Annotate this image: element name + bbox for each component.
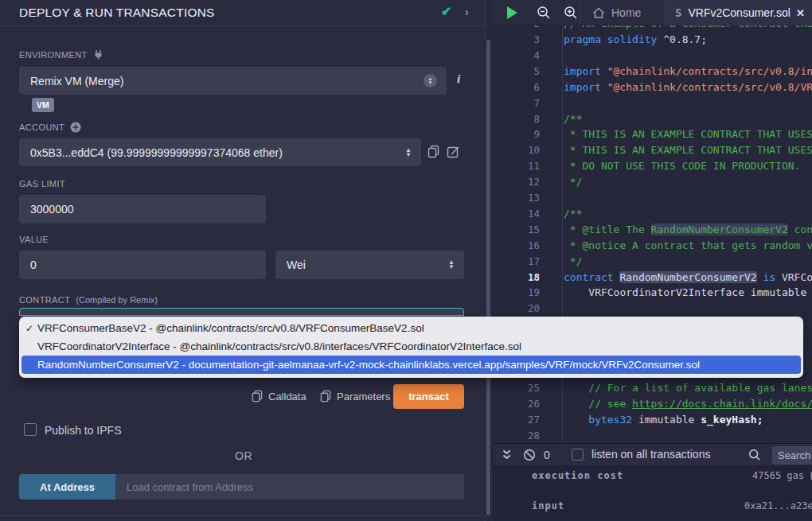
value-unit: Wei (287, 259, 306, 271)
line-number: 20 (494, 301, 540, 317)
line-number: 17 (494, 254, 540, 270)
expand-terminal-icon[interactable] (502, 449, 512, 461)
zoom-out-icon[interactable] (537, 6, 551, 20)
listen-all-transactions-label: listen on all transactions (591, 448, 710, 461)
gas-limit-label: GAS LIMIT (19, 179, 65, 189)
value-label: VALUE (19, 235, 49, 244)
or-divider: OR (0, 449, 487, 462)
listen-all-transactions-checkbox[interactable] (572, 449, 584, 461)
gas-limit-input[interactable]: 3000000 (19, 195, 266, 224)
code-text: import "@chainlink/contracts/src/v0.8/in… (564, 64, 812, 80)
code-line: 13 (494, 190, 812, 206)
code-area[interactable]: 2// An example of a consumer contract th… (494, 25, 812, 443)
select-caret-icon: ▲▼ (405, 148, 412, 157)
solidity-file-icon: S (675, 6, 681, 19)
terminal-row-value: 0xa21...a23e4 (744, 500, 812, 511)
code-text: * DO NOT USE THIS CODE IN PRODUCTION. (564, 158, 800, 174)
at-address-input[interactable] (115, 474, 464, 500)
contract-option[interactable]: VRFCoordinatorV2Interface - @chainlink/c… (21, 337, 801, 356)
line-number: 9 (494, 126, 540, 142)
terminal-row-value: 47565 gas (752, 470, 804, 481)
panel-bottom-divider (0, 515, 487, 516)
line-number: 2 (494, 25, 540, 32)
code-text: */ (564, 174, 582, 190)
line-number: 6 (494, 80, 540, 95)
code-line: 28 (494, 428, 812, 444)
code-text: * @title The RandomNumberConsumerV2 cont… (564, 222, 812, 238)
contract-option[interactable]: ✓VRFConsumerBaseV2 - @chainlink/contract… (21, 319, 801, 337)
contract-dropdown-list: ✓VRFConsumerBaseV2 - @chainlink/contract… (19, 317, 803, 378)
select-caret-icon: ▲▼ (448, 260, 455, 270)
value-input[interactable]: 0 (19, 251, 266, 279)
copy-parameters-icon[interactable] (320, 390, 331, 402)
panel-header: DEPLOY & RUN TRANSACTIONS ✔ › (0, 0, 487, 26)
tab-vrfv2consumer[interactable]: S VRFv2Consumer.sol ✕ (666, 0, 812, 25)
account-value: 0x5B3...eddC4 (99.99999999999997374068 e… (30, 146, 283, 159)
line-number: 10 (494, 142, 540, 158)
clear-console-icon[interactable] (523, 449, 536, 461)
sign-message-icon[interactable] (447, 145, 460, 158)
terminal: 0 listen on all transactions execution c… (494, 443, 812, 521)
copy-account-icon[interactable] (427, 145, 439, 158)
code-text: * @notice A contract that gets random va… (564, 238, 812, 254)
value-value: 0 (30, 259, 37, 271)
tab-home[interactable]: Home (583, 0, 650, 25)
value-unit-select[interactable]: Wei ▲▼ (275, 251, 464, 279)
environment-info-icon[interactable]: i (457, 72, 460, 86)
code-text: /** (564, 111, 582, 127)
contract-label-suffix: (Compiled by Remix) (76, 295, 158, 305)
code-text: bytes32 immutable s_keyHash; (564, 412, 763, 428)
editor-tab-bar: Home S VRFv2Consumer.sol ✕ (494, 0, 812, 25)
copy-calldata-icon[interactable] (252, 390, 263, 402)
line-number: 16 (494, 238, 540, 254)
line-number: 7 (494, 95, 540, 111)
collapse-panel-chevron-icon[interactable]: › (465, 6, 469, 18)
line-number: 26 (494, 396, 540, 412)
code-line: 11 * DO NOT USE THIS CODE IN PRODUCTION. (494, 158, 812, 174)
contract-option-label: VRFCoordinatorV2Interface - @chainlink/c… (37, 340, 521, 352)
terminal-header: 0 listen on all transactions (494, 443, 812, 465)
code-line: 9 * THIS IS AN EXAMPLE CONTRACT THAT USE… (494, 126, 812, 142)
code-text: /** (564, 206, 582, 222)
close-tab-icon[interactable]: ✕ (796, 7, 805, 19)
code-text: // An example of a consumer contract tha… (564, 25, 812, 32)
environment-value: Remix VM (Merge) (30, 75, 123, 87)
deploy-run-panel: DEPLOY & RUN TRANSACTIONS ✔ › ENVIRONMEN… (0, 0, 487, 521)
run-script-play-icon[interactable] (507, 6, 517, 19)
home-icon (592, 7, 605, 19)
contract-option-label: VRFConsumerBaseV2 - @chainlink/contracts… (37, 322, 424, 334)
at-address-button[interactable]: At Address (19, 474, 115, 500)
calldata-label[interactable]: Calldata (268, 391, 306, 402)
line-number: 19 (494, 285, 540, 301)
transact-button[interactable]: transact (393, 384, 464, 409)
code-line: 18contract RandomNumberConsumerV2 is VRF… (494, 270, 812, 286)
panel-scrollbar[interactable] (486, 40, 490, 515)
line-number: 3 (494, 32, 540, 48)
code-line: 19 VRFCoordinatorV2Interface immutable C… (494, 285, 812, 301)
contract-option[interactable]: RandomNumberConsumerV2 - documentation-g… (21, 356, 801, 374)
account-select[interactable]: 0x5B3...eddC4 (99.99999999999997374068 e… (19, 138, 421, 166)
line-number: 13 (494, 190, 540, 206)
terminal-search-input[interactable] (772, 446, 812, 465)
environment-select[interactable]: Remix VM (Merge) ▲▼ (19, 67, 447, 95)
contract-option-label: RandomNumberConsumerV2 - documentation-g… (37, 359, 700, 371)
line-number: 4 (494, 48, 540, 64)
select-caret-icon: ▲▼ (424, 74, 437, 87)
code-line: 14/** (494, 206, 812, 222)
contract-select[interactable] (19, 308, 464, 316)
code-text: VRFCoordinatorV2Interface immutable COOR… (564, 285, 812, 301)
parameters-label[interactable]: Parameters (337, 391, 390, 402)
gas-limit-value: 3000000 (30, 203, 74, 216)
add-account-icon[interactable] (70, 122, 81, 133)
search-icon (748, 449, 761, 461)
publish-ipfs-checkbox[interactable] (24, 423, 37, 436)
line-number: 8 (494, 111, 540, 127)
zoom-in-icon[interactable] (564, 6, 578, 20)
account-label: ACCOUNT (19, 122, 81, 133)
code-line: 26 // see https://docs.chain.link/docs/v… (494, 396, 812, 412)
remix-ide-window: DEPLOY & RUN TRANSACTIONS ✔ › ENVIRONMEN… (0, 0, 812, 521)
plug-icon[interactable] (93, 49, 103, 60)
contract-label: CONTRACT (Compiled by Remix) (19, 295, 158, 305)
line-number: 18 (494, 270, 540, 286)
line-number: 14 (494, 206, 540, 222)
